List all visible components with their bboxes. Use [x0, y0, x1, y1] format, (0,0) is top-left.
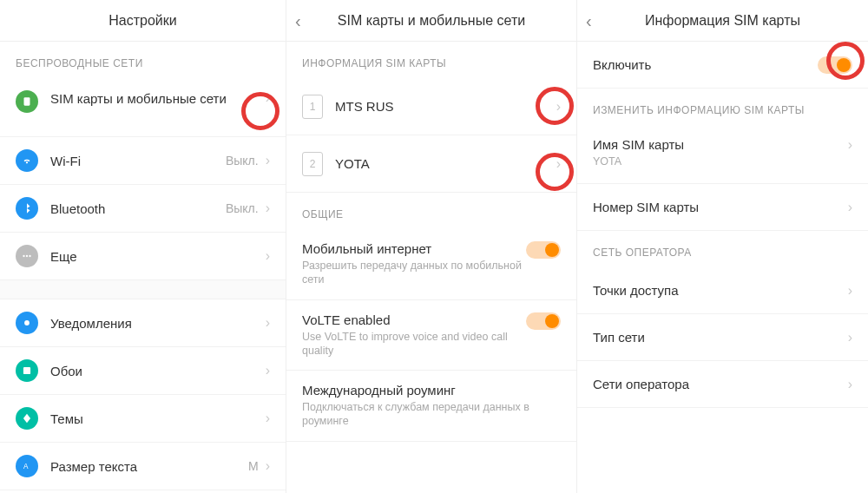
chevron-right-icon: › [266, 90, 270, 106]
row-text-size[interactable]: A Размер текста М › [0, 443, 286, 490]
roaming-title: Международный роуминг [302, 383, 561, 398]
row-themes[interactable]: Темы › [0, 395, 286, 443]
row-volte[interactable]: VoLTE enabled Use VoLTE to improve voice… [286, 300, 576, 371]
chevron-right-icon: › [266, 248, 270, 264]
notifications-icon [16, 312, 38, 334]
svg-rect-0 [24, 97, 30, 105]
text-size-icon: A [16, 455, 38, 477]
settings-pane: Настройки БЕСПРОВОДНЫЕ СЕТИ SIM карты и … [0, 0, 286, 493]
row-operators[interactable]: Сети оператора › [577, 361, 868, 408]
wifi-icon [16, 149, 38, 172]
sim-label: SIM карты и мобильные сети [50, 90, 266, 108]
sim-info-pane: ‹ Информация SIM карты Включить ИЗМЕНИТЬ… [577, 0, 868, 493]
chevron-right-icon: › [266, 363, 270, 378]
text-size-label: Размер текста [50, 459, 248, 474]
header-sim-info: ‹ Информация SIM карты [577, 0, 868, 42]
row-sim-number[interactable]: Номер SIM карты › [577, 184, 868, 231]
section-operator-network: СЕТЬ ОПЕРАТОРА [577, 231, 868, 267]
sim1-number-box: 1 [302, 95, 323, 119]
sim-name-title: Имя SIM карты [593, 137, 848, 152]
section-gap [0, 280, 286, 299]
roaming-sub: Подключаться к службам передачи данных в… [302, 400, 561, 429]
mobile-data-title: Мобильный интернет [302, 241, 526, 256]
enable-toggle[interactable] [818, 56, 852, 74]
chevron-right-icon: › [848, 283, 852, 299]
sim1-label: MTS RUS [335, 99, 556, 114]
chevron-right-icon: › [848, 330, 852, 345]
chevron-right-icon: › [266, 200, 270, 216]
svg-point-3 [29, 255, 30, 257]
bt-label: Bluetooth [50, 201, 226, 216]
svg-point-4 [24, 320, 30, 325]
chevron-right-icon: › [848, 377, 852, 392]
operators-label: Сети оператора [593, 377, 848, 391]
section-wireless: БЕСПРОВОДНЫЕ СЕТИ [0, 42, 286, 78]
sim-number-label: Номер SIM карты [593, 200, 848, 214]
volte-title: VoLTE enabled [302, 312, 526, 327]
row-sim-cards[interactable]: SIM карты и мобильные сети › [0, 78, 286, 137]
sim-icon [16, 90, 38, 113]
svg-point-2 [26, 255, 28, 257]
header-settings: Настройки [0, 0, 286, 42]
volte-toggle[interactable] [526, 312, 561, 330]
wifi-value: Выкл. [226, 154, 259, 168]
chevron-right-icon: › [848, 137, 852, 153]
row-mobile-data[interactable]: Мобильный интернет Разрешить передачу да… [286, 229, 576, 300]
row-bluetooth[interactable]: Bluetooth Выкл. › [0, 185, 286, 233]
row-sim1[interactable]: 1 MTS RUS › [286, 78, 576, 135]
row-sim2[interactable]: 2 YOTA › [286, 135, 576, 193]
chevron-right-icon: › [848, 200, 852, 215]
volte-sub: Use VoLTE to improve voice and video cal… [302, 330, 526, 358]
header-sim-networks: ‹ SIM карты и мобильные сети [286, 0, 576, 42]
chevron-right-icon: › [556, 99, 561, 115]
chevron-right-icon: › [556, 156, 561, 172]
row-more[interactable]: Еще › [0, 233, 286, 280]
mobile-data-sub: Разрешить передачу данных по мобильной с… [302, 259, 526, 287]
chevron-right-icon: › [266, 411, 270, 426]
chevron-right-icon: › [266, 315, 270, 331]
mobile-data-toggle[interactable] [526, 241, 561, 259]
svg-text:A: A [23, 463, 29, 470]
sim-networks-pane: ‹ SIM карты и мобильные сети ИНФОРМАЦИЯ … [286, 0, 577, 493]
more-icon [16, 245, 38, 267]
section-sim-info: ИНФОРМАЦИЯ SIM КАРТЫ [286, 42, 576, 78]
net-type-label: Тип сети [593, 330, 848, 345]
themes-label: Темы [50, 411, 266, 426]
chevron-right-icon: › [266, 458, 270, 474]
text-size-value: М [248, 459, 259, 473]
bt-value: Выкл. [226, 201, 259, 215]
bluetooth-icon [16, 197, 38, 220]
wall-label: Обои [50, 364, 266, 378]
back-button[interactable]: ‹ [586, 0, 592, 42]
back-button[interactable]: ‹ [295, 0, 301, 42]
row-notifications[interactable]: Уведомления › [0, 299, 286, 347]
section-edit-sim: ИЗМЕНИТЬ ИНФОРМАЦИЮ SIM КАРТЫ [577, 89, 868, 125]
svg-rect-5 [23, 367, 30, 374]
row-sim-name[interactable]: Имя SIM карты YOTA › [577, 125, 868, 184]
pane2-title: SIM карты и мобильные сети [338, 13, 525, 29]
row-wifi[interactable]: Wi-Fi Выкл. › [0, 137, 286, 185]
themes-icon [16, 407, 38, 430]
row-enable[interactable]: Включить [577, 42, 868, 89]
row-wallpaper[interactable]: Обои › [0, 347, 286, 395]
row-apn[interactable]: Точки доступа › [577, 267, 868, 314]
more-label: Еще [50, 249, 266, 264]
section-general: ОБЩИЕ [286, 193, 576, 229]
sim2-number-box: 2 [302, 152, 323, 176]
pane3-title: Информация SIM карты [645, 13, 800, 29]
wallpaper-icon [16, 359, 38, 382]
pane1-title: Настройки [108, 13, 176, 29]
sim-name-sub: YOTA [593, 154, 848, 168]
row-network-type[interactable]: Тип сети › [577, 314, 868, 361]
wifi-label: Wi-Fi [50, 154, 226, 168]
row-roaming[interactable]: Международный роуминг Подключаться к слу… [286, 371, 576, 442]
enable-label: Включить [593, 57, 818, 72]
chevron-right-icon: › [266, 153, 270, 168]
svg-point-1 [23, 255, 24, 257]
notif-label: Уведомления [50, 316, 266, 331]
sim2-label: YOTA [335, 156, 556, 171]
apn-label: Точки доступа [593, 283, 848, 298]
